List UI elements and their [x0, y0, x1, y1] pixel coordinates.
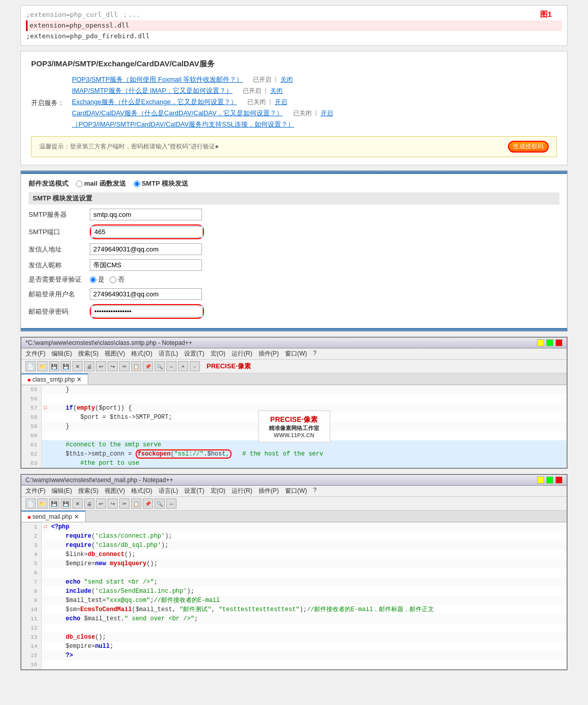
tool-save[interactable]: 💾 — [49, 361, 59, 371]
tool5-find[interactable]: 🔍 — [155, 498, 165, 509]
carddav-link[interactable]: CardDAV/CalDAV服务（什么是CardDAV/CalDAV，它又是如何… — [72, 109, 283, 118]
tool-print[interactable]: 🖨 — [84, 361, 94, 371]
menu5-plugins[interactable]: 插件(P) — [259, 487, 279, 495]
tab-send-mail[interactable]: ■ send_mail.php ✕ — [21, 511, 86, 522]
code5-row-7: 7 echo "send start <br />"; — [21, 577, 567, 587]
menu5-window[interactable]: 窗口(W) — [285, 487, 307, 495]
mode-mail-radio[interactable]: mail 函数发送 — [76, 179, 126, 188]
fig5-notepad: C:\wamp\www\ecmstest\e\send_mail.php - N… — [20, 474, 568, 670]
pop3-smtp-link[interactable]: POP3/SMTP服务（如何使用 Foxmail 等软件收发邮件？） — [72, 75, 243, 84]
tool-zoom-in[interactable]: + — [178, 361, 188, 371]
fig2-section: POP3/IMAP/SMTP/Exchange/CardDAV/CalDAV服务… — [20, 51, 568, 165]
tool-redo[interactable]: ↪ — [108, 361, 118, 371]
code-editor-5: 1 □ <?php 2 require('class/connect.php')… — [21, 522, 567, 669]
menu5-view[interactable]: 视图(V) — [105, 487, 125, 495]
ssl-link[interactable]: （POP3/IMAP/SMTP/CardDAV/CalDAV服务均支持SSL连接… — [72, 120, 294, 128]
warn-box: 温馨提示：登录第三方客户端时，密码框请输入"授权码"进行验证● 生成授权码 — [31, 136, 557, 157]
menu5-settings[interactable]: 设置(T) — [184, 487, 204, 495]
tool5-new[interactable]: 📄 — [25, 498, 36, 509]
mode-smtp-radio[interactable]: SMTP 模块发送 — [134, 179, 189, 188]
carddav-status: 已关闭丨开启 — [293, 109, 333, 118]
menu5-format[interactable]: 格式(O) — [131, 487, 152, 495]
code5-row-16: 16 — [21, 660, 567, 669]
code-row-57: 57 □ if(empty($port)) { — [21, 404, 567, 413]
tool-new[interactable]: 📄 — [25, 361, 36, 371]
code-row-56: 56 — [21, 394, 567, 404]
maximize-btn[interactable] — [546, 339, 553, 346]
smtp-port-input[interactable] — [91, 226, 203, 238]
menu-file[interactable]: 文件(F) — [25, 349, 45, 358]
tool-cut[interactable]: ✂ — [119, 361, 130, 371]
tool5-replace[interactable]: ↔ — [166, 498, 176, 509]
smtp-user-input[interactable] — [90, 288, 202, 300]
auth-no[interactable]: 否 — [110, 275, 124, 284]
menu-edit[interactable]: 编辑(E) — [52, 349, 72, 358]
tool5-undo[interactable]: ↩ — [96, 498, 106, 509]
menu-plugins[interactable]: 插件(P) — [259, 349, 279, 358]
tool-undo[interactable]: ↩ — [96, 361, 106, 371]
tool5-open[interactable]: 📁 — [37, 498, 47, 509]
notepad4-tabs: ■ class_smtp.php ✕ — [21, 373, 567, 385]
tool5-redo[interactable]: ↪ — [108, 498, 118, 509]
menu5-lang[interactable]: 语言(L) — [159, 487, 178, 495]
minimize-btn[interactable] — [537, 339, 544, 346]
tool5-cut[interactable]: ✂ — [119, 498, 130, 509]
close-btn-5[interactable] — [555, 476, 563, 484]
tool5-close[interactable]: ✕ — [72, 498, 83, 509]
tool-copy[interactable]: 📋 — [131, 361, 141, 371]
from-addr-input[interactable] — [90, 243, 202, 255]
tool5-paste[interactable]: 📌 — [143, 498, 153, 509]
tool-paste[interactable]: 📌 — [143, 361, 153, 371]
code-row-60: 60 — [21, 431, 567, 440]
code5-row-8: 8 include('class/SendEmail.inc.php'); — [21, 587, 567, 596]
menu-format[interactable]: 格式(O) — [131, 349, 152, 358]
smtp-server-row: SMTP服务器 — [29, 209, 559, 220]
from-name-input[interactable] — [90, 259, 202, 271]
menu-macro[interactable]: 宏(O) — [211, 349, 225, 358]
minimize-btn-5[interactable] — [537, 476, 544, 484]
auth-label: 是否需要登录验证 — [29, 275, 90, 284]
menu-view[interactable]: 视图(V) — [105, 349, 125, 358]
auth-yes[interactable]: 是 — [90, 275, 105, 284]
tool5-save[interactable]: 💾 — [49, 498, 59, 509]
tool-find[interactable]: 🔍 — [155, 361, 165, 371]
tool-close[interactable]: ✕ — [72, 361, 83, 371]
tool5-copy[interactable]: 📋 — [131, 498, 141, 509]
close-btn[interactable] — [555, 339, 563, 346]
tool-open[interactable]: 📁 — [37, 361, 47, 371]
tool-save-all[interactable]: 💾 — [61, 361, 71, 371]
imap-smtp-link[interactable]: IMAP/SMTP服务（什么是 IMAP，它又是如何设置？） — [72, 86, 233, 95]
menu5-edit[interactable]: 编辑(E) — [52, 487, 72, 495]
menu-search[interactable]: 搜索(S) — [78, 349, 98, 358]
tool5-save-all[interactable]: 💾 — [61, 498, 71, 509]
maximize-btn-5[interactable] — [546, 476, 553, 484]
menu5-help[interactable]: ? — [313, 487, 317, 495]
code5-row-10: 10 $sm=EcmsToCendMail($mail_test, "邮件测试"… — [21, 605, 567, 614]
exchange-link[interactable]: Exchange服务（什么是Exchange，它又是如何设置？） — [72, 97, 237, 107]
tool5-print[interactable]: 🖨 — [84, 498, 94, 509]
smtp-pass-row: 邮箱登录密码 — [29, 304, 559, 319]
gen-auth-button[interactable]: 生成授权码 — [508, 141, 549, 153]
code5-row-11: 11 echo $mail_test." send over <br />"; — [21, 614, 567, 623]
menu5-macro[interactable]: 宏(O) — [211, 487, 225, 495]
menu-help[interactable]: ? — [313, 349, 317, 358]
code5-row-2: 2 require('class/connect.php'); — [21, 532, 567, 541]
code-row-63: 63 #the port to use — [21, 459, 567, 468]
code-editor-4: 55 } 56 57 □ if(empty($port)) { — [21, 385, 567, 468]
code5-row-3: 3 require('class/db_sql.php'); — [21, 541, 567, 550]
notepad5-tabs: ■ send_mail.php ✕ — [21, 511, 567, 522]
smtp-pass-input[interactable] — [91, 306, 203, 317]
tab-class-smtp[interactable]: ■ class_smtp.php ✕ — [21, 373, 88, 385]
menu5-file[interactable]: 文件(F) — [25, 487, 45, 495]
menu-settings[interactable]: 设置(T) — [184, 349, 204, 358]
menu5-search[interactable]: 搜索(S) — [78, 487, 98, 495]
tool-zoom-out[interactable]: - — [190, 361, 200, 371]
notepad4-title: *C:\wamp\www\ecmstest\e\class\class.smtp… — [25, 339, 192, 346]
menu-run[interactable]: 运行(R) — [232, 349, 252, 358]
smtp-server-input[interactable] — [90, 209, 202, 220]
menu5-run[interactable]: 运行(R) — [232, 487, 252, 495]
menu-window[interactable]: 窗口(W) — [285, 349, 307, 358]
code5-row-14: 14 $empire=null; — [21, 642, 567, 651]
menu-lang[interactable]: 语言(L) — [159, 349, 178, 358]
tool-replace[interactable]: ↔ — [166, 361, 176, 371]
